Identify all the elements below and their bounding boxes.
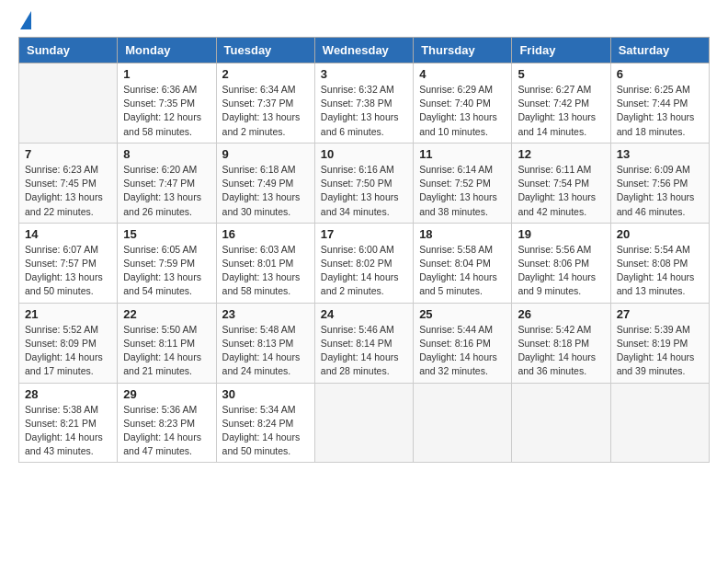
day-number: 9 <box>222 147 309 161</box>
day-number: 7 <box>25 147 111 161</box>
day-number: 23 <box>222 307 309 321</box>
logo <box>18 15 31 29</box>
day-info: Sunrise: 6:27 AM Sunset: 7:42 PM Dayligh… <box>518 83 604 139</box>
calendar-day-cell: 9Sunrise: 6:18 AM Sunset: 7:49 PM Daylig… <box>216 143 314 223</box>
days-header-row: SundayMondayTuesdayWednesdayThursdayFrid… <box>19 38 710 63</box>
calendar-week-row: 1Sunrise: 6:36 AM Sunset: 7:35 PM Daylig… <box>19 63 710 144</box>
day-number: 15 <box>123 227 210 241</box>
day-number: 3 <box>321 67 407 81</box>
day-info: Sunrise: 6:36 AM Sunset: 7:35 PM Dayligh… <box>123 83 210 139</box>
day-of-week-header: Monday <box>118 38 216 63</box>
day-of-week-header: Thursday <box>414 38 512 63</box>
day-info: Sunrise: 6:25 AM Sunset: 7:44 PM Dayligh… <box>617 83 703 139</box>
day-info: Sunrise: 5:56 AM Sunset: 8:06 PM Dayligh… <box>518 243 604 299</box>
day-info: Sunrise: 6:05 AM Sunset: 7:59 PM Dayligh… <box>123 243 210 299</box>
calendar-day-cell <box>19 63 118 144</box>
calendar-day-cell <box>610 383 709 463</box>
calendar-week-row: 7Sunrise: 6:23 AM Sunset: 7:45 PM Daylig… <box>19 143 710 223</box>
calendar-day-cell: 7Sunrise: 6:23 AM Sunset: 7:45 PM Daylig… <box>19 143 118 223</box>
day-number: 6 <box>617 67 703 81</box>
calendar-day-cell: 3Sunrise: 6:32 AM Sunset: 7:38 PM Daylig… <box>314 63 413 144</box>
day-number: 26 <box>518 307 604 321</box>
calendar-day-cell: 5Sunrise: 6:27 AM Sunset: 7:42 PM Daylig… <box>512 63 610 144</box>
calendar-day-cell: 1Sunrise: 6:36 AM Sunset: 7:35 PM Daylig… <box>118 63 216 144</box>
day-info: Sunrise: 6:20 AM Sunset: 7:47 PM Dayligh… <box>123 163 210 219</box>
calendar-day-cell: 6Sunrise: 6:25 AM Sunset: 7:44 PM Daylig… <box>610 63 709 144</box>
day-number: 18 <box>419 227 506 241</box>
calendar-day-cell <box>414 383 512 463</box>
day-number: 8 <box>123 147 210 161</box>
day-info: Sunrise: 5:46 AM Sunset: 8:14 PM Dayligh… <box>321 323 407 379</box>
calendar-day-cell: 18Sunrise: 5:58 AM Sunset: 8:04 PM Dayli… <box>414 223 512 303</box>
day-number: 4 <box>419 67 506 81</box>
day-of-week-header: Tuesday <box>216 38 314 63</box>
day-info: Sunrise: 5:38 AM Sunset: 8:21 PM Dayligh… <box>25 403 111 459</box>
day-info: Sunrise: 6:29 AM Sunset: 7:40 PM Dayligh… <box>419 83 506 139</box>
calendar-week-row: 21Sunrise: 5:52 AM Sunset: 8:09 PM Dayli… <box>19 303 710 383</box>
day-of-week-header: Sunday <box>19 38 118 63</box>
calendar-day-cell: 21Sunrise: 5:52 AM Sunset: 8:09 PM Dayli… <box>19 303 118 383</box>
calendar-day-cell: 24Sunrise: 5:46 AM Sunset: 8:14 PM Dayli… <box>314 303 413 383</box>
day-info: Sunrise: 6:32 AM Sunset: 7:38 PM Dayligh… <box>321 83 407 139</box>
day-number: 27 <box>617 307 703 321</box>
day-number: 5 <box>518 67 604 81</box>
day-info: Sunrise: 6:00 AM Sunset: 8:02 PM Dayligh… <box>321 243 407 299</box>
day-number: 17 <box>321 227 407 241</box>
calendar-day-cell: 19Sunrise: 5:56 AM Sunset: 8:06 PM Dayli… <box>512 223 610 303</box>
calendar-day-cell: 28Sunrise: 5:38 AM Sunset: 8:21 PM Dayli… <box>19 383 118 463</box>
day-info: Sunrise: 5:50 AM Sunset: 8:11 PM Dayligh… <box>123 323 210 379</box>
day-number: 1 <box>123 67 210 81</box>
calendar-day-cell: 15Sunrise: 6:05 AM Sunset: 7:59 PM Dayli… <box>118 223 216 303</box>
day-info: Sunrise: 6:07 AM Sunset: 7:57 PM Dayligh… <box>25 243 111 299</box>
calendar-day-cell: 30Sunrise: 5:34 AM Sunset: 8:24 PM Dayli… <box>216 383 314 463</box>
calendar-day-cell: 13Sunrise: 6:09 AM Sunset: 7:56 PM Dayli… <box>610 143 709 223</box>
day-number: 19 <box>518 227 604 241</box>
day-info: Sunrise: 5:34 AM Sunset: 8:24 PM Dayligh… <box>222 403 309 459</box>
day-info: Sunrise: 6:11 AM Sunset: 7:54 PM Dayligh… <box>518 163 604 219</box>
calendar-table: SundayMondayTuesdayWednesdayThursdayFrid… <box>18 37 710 463</box>
calendar-day-cell: 11Sunrise: 6:14 AM Sunset: 7:52 PM Dayli… <box>414 143 512 223</box>
calendar-day-cell: 2Sunrise: 6:34 AM Sunset: 7:37 PM Daylig… <box>216 63 314 144</box>
calendar-day-cell: 16Sunrise: 6:03 AM Sunset: 8:01 PM Dayli… <box>216 223 314 303</box>
calendar-day-cell <box>314 383 413 463</box>
day-number: 30 <box>222 387 309 401</box>
day-info: Sunrise: 6:16 AM Sunset: 7:50 PM Dayligh… <box>321 163 407 219</box>
day-of-week-header: Friday <box>512 38 610 63</box>
day-info: Sunrise: 6:09 AM Sunset: 7:56 PM Dayligh… <box>617 163 703 219</box>
calendar-day-cell: 14Sunrise: 6:07 AM Sunset: 7:57 PM Dayli… <box>19 223 118 303</box>
calendar-day-cell: 23Sunrise: 5:48 AM Sunset: 8:13 PM Dayli… <box>216 303 314 383</box>
calendar-day-cell: 26Sunrise: 5:42 AM Sunset: 8:18 PM Dayli… <box>512 303 610 383</box>
calendar-day-cell: 20Sunrise: 5:54 AM Sunset: 8:08 PM Dayli… <box>610 223 709 303</box>
day-info: Sunrise: 5:44 AM Sunset: 8:16 PM Dayligh… <box>419 323 506 379</box>
day-number: 16 <box>222 227 309 241</box>
day-number: 21 <box>25 307 111 321</box>
calendar-day-cell: 10Sunrise: 6:16 AM Sunset: 7:50 PM Dayli… <box>314 143 413 223</box>
calendar-day-cell: 27Sunrise: 5:39 AM Sunset: 8:19 PM Dayli… <box>610 303 709 383</box>
day-info: Sunrise: 5:48 AM Sunset: 8:13 PM Dayligh… <box>222 323 309 379</box>
day-info: Sunrise: 6:14 AM Sunset: 7:52 PM Dayligh… <box>419 163 506 219</box>
calendar-week-row: 28Sunrise: 5:38 AM Sunset: 8:21 PM Dayli… <box>19 383 710 463</box>
calendar-day-cell: 17Sunrise: 6:00 AM Sunset: 8:02 PM Dayli… <box>314 223 413 303</box>
day-number: 12 <box>518 147 604 161</box>
day-info: Sunrise: 6:03 AM Sunset: 8:01 PM Dayligh… <box>222 243 309 299</box>
day-info: Sunrise: 5:39 AM Sunset: 8:19 PM Dayligh… <box>617 323 703 379</box>
calendar-day-cell: 8Sunrise: 6:20 AM Sunset: 7:47 PM Daylig… <box>118 143 216 223</box>
day-number: 28 <box>25 387 111 401</box>
day-number: 24 <box>321 307 407 321</box>
calendar-day-cell <box>512 383 610 463</box>
day-number: 11 <box>419 147 506 161</box>
day-number: 20 <box>617 227 703 241</box>
calendar-week-row: 14Sunrise: 6:07 AM Sunset: 7:57 PM Dayli… <box>19 223 710 303</box>
day-number: 10 <box>321 147 407 161</box>
day-number: 29 <box>123 387 210 401</box>
day-info: Sunrise: 6:23 AM Sunset: 7:45 PM Dayligh… <box>25 163 111 219</box>
page-header <box>18 15 710 29</box>
calendar-day-cell: 22Sunrise: 5:50 AM Sunset: 8:11 PM Dayli… <box>118 303 216 383</box>
day-number: 2 <box>222 67 309 81</box>
day-info: Sunrise: 5:52 AM Sunset: 8:09 PM Dayligh… <box>25 323 111 379</box>
day-number: 14 <box>25 227 111 241</box>
day-number: 13 <box>617 147 703 161</box>
day-info: Sunrise: 5:54 AM Sunset: 8:08 PM Dayligh… <box>617 243 703 299</box>
day-of-week-header: Saturday <box>610 38 709 63</box>
day-number: 22 <box>123 307 210 321</box>
